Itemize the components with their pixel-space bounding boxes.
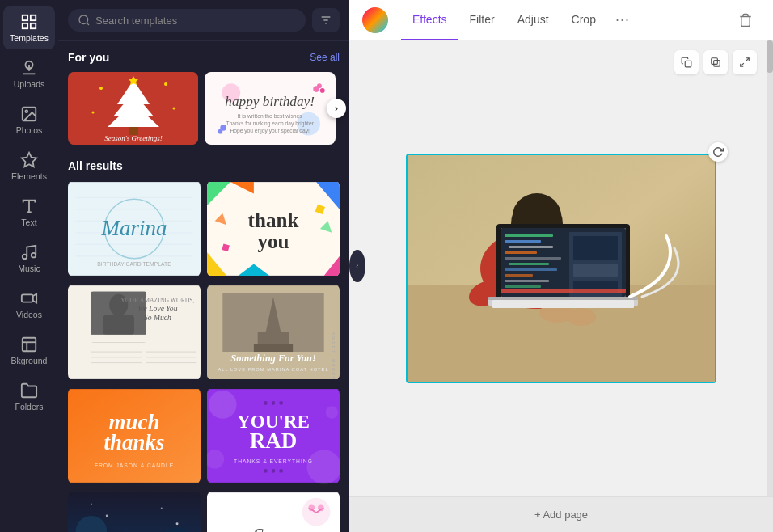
svg-text:SWEET IMPRESSION: SWEET IMPRESSION [331, 332, 335, 381]
search-bar [58, 0, 349, 41]
svg-line-129 [741, 63, 744, 66]
muchthanks-svg: much thanks FROM JASON & CANDLE [68, 387, 201, 484]
svg-point-38 [317, 83, 322, 88]
template-card-birthday[interactable]: happy birthday! It is written the best w… [205, 72, 335, 145]
photo-icon [20, 105, 38, 123]
template-card-yourad[interactable]: YOU'RE RAD THANKS & EVERYTHING [207, 387, 340, 484]
templates-content: For you See all [58, 41, 349, 532]
sidebar-item-music[interactable]: Music [3, 237, 55, 280]
svg-rect-159 [573, 264, 618, 277]
svg-text:ALL LOVE FROM MARINA COAT HOTE: ALL LOVE FROM MARINA COAT HOTEL [218, 367, 328, 372]
svg-rect-163 [492, 300, 634, 308]
svg-rect-158 [573, 236, 618, 260]
svg-rect-153 [505, 268, 557, 271]
sidebar-item-folders[interactable]: Folders [3, 375, 55, 418]
search-input-wrap[interactable] [68, 9, 306, 32]
svg-rect-125 [685, 61, 691, 67]
svg-point-11 [23, 255, 27, 260]
svg-rect-1 [31, 15, 36, 20]
svg-point-118 [176, 522, 179, 525]
svg-text:Hope you enjoy your special da: Hope you enjoy your special day! [230, 128, 310, 134]
sidebar-item-uploads[interactable]: Uploads [3, 53, 55, 95]
svg-text:Thanks for making each day bri: Thanks for making each day brighter [226, 120, 315, 127]
sidebar-item-videos[interactable]: Videos [3, 283, 55, 326]
sidebar-item-templates[interactable]: Templates [3, 6, 55, 49]
canvas-duplicate-button[interactable] [703, 50, 728, 74]
svg-marker-8 [22, 153, 36, 167]
sidebar-item-background[interactable]: Bkground [3, 329, 55, 372]
sidebar-item-text[interactable]: Text [3, 191, 55, 234]
svg-text:Save: Save [253, 524, 294, 532]
svg-rect-15 [23, 338, 36, 352]
svg-line-19 [87, 23, 89, 25]
canvas-image-wrap[interactable] [406, 154, 716, 383]
for-you-title: For you [68, 51, 109, 64]
elements-icon [20, 151, 38, 169]
svg-point-18 [79, 15, 88, 24]
toolbar-tab-adjust[interactable]: Adjust [506, 0, 560, 40]
svg-text:BIRTHDAY CARD TEMPLATE: BIRTHDAY CARD TEMPLATE [97, 261, 171, 267]
svg-rect-156 [505, 285, 541, 288]
sidebar: Templates Uploads Photos Elements Text [0, 0, 58, 532]
svg-point-31 [91, 112, 94, 114]
toolbar-tab-filter[interactable]: Filter [458, 0, 506, 40]
svg-point-29 [99, 87, 103, 90]
search-input[interactable] [95, 15, 296, 27]
canvas-expand-button[interactable] [733, 50, 757, 74]
sidebar-item-uploads-label: Uploads [14, 79, 45, 89]
sidebar-item-elements[interactable]: Elements [3, 145, 55, 188]
template-card-seasons[interactable]: Season's Greetings! [68, 72, 198, 145]
template-card-marina[interactable]: Marina BIRTHDAY CARD TEMPLATE [68, 180, 201, 277]
template-card-dark[interactable]: DARK [68, 491, 201, 532]
template-card-save[interactable]: Save [207, 491, 340, 532]
svg-point-39 [320, 88, 325, 93]
dark-svg: DARK [68, 491, 201, 532]
scroll-bar[interactable] [767, 40, 773, 496]
svg-text:you: you [257, 230, 289, 252]
svg-text:Marina: Marina [101, 216, 167, 240]
sidebar-item-templates-label: Templates [10, 33, 49, 43]
marina-svg: Marina BIRTHDAY CARD TEMPLATE [68, 180, 201, 277]
svg-point-119 [91, 504, 92, 505]
toolbar-tab-effects[interactable]: Effects [401, 0, 458, 40]
template-card-thankyou[interactable]: thank you [207, 180, 340, 277]
svg-point-103 [272, 401, 276, 405]
svg-point-7 [25, 110, 27, 112]
sidebar-item-photos[interactable]: Photos [3, 99, 55, 141]
svg-point-100 [306, 450, 340, 483]
template-card-muchthanks[interactable]: much thanks FROM JASON & CANDLE [68, 387, 201, 484]
svg-rect-3 [31, 23, 36, 28]
svg-rect-150 [505, 251, 537, 254]
toolbar-tab-crop[interactable]: Crop [560, 0, 607, 40]
svg-rect-162 [488, 297, 638, 300]
grid-icon [20, 13, 38, 31]
svg-rect-2 [23, 23, 27, 28]
see-all-link[interactable]: See all [310, 52, 340, 63]
left-panel: For you See all [58, 0, 349, 532]
filter-button[interactable] [312, 8, 340, 32]
svg-text:Something For You!: Something For You! [230, 353, 316, 364]
carousel: Season's Greetings! [68, 72, 340, 145]
canvas-scene-svg [408, 155, 715, 382]
add-page-bar[interactable]: + Add page [349, 496, 773, 532]
rotate-handle[interactable] [708, 142, 728, 162]
template-card-something[interactable]: Something For You! ALL LOVE FROM MARINA … [207, 284, 340, 381]
toolbar-more-button[interactable]: ··· [607, 0, 638, 40]
canvas-area [349, 40, 773, 496]
svg-rect-13 [22, 294, 33, 302]
svg-point-12 [32, 253, 36, 258]
toolbar-trash-button[interactable] [731, 6, 760, 35]
svg-rect-147 [505, 234, 553, 237]
add-page-label: + Add page [534, 509, 588, 521]
results-grid: Marina BIRTHDAY CARD TEMPLATE [68, 180, 340, 532]
for-you-header: For you See all [68, 51, 340, 64]
yourad-svg: YOU'RE RAD THANKS & EVERYTHING [207, 387, 340, 484]
carousel-next-button[interactable]: › [327, 99, 346, 118]
upload-icon [20, 59, 38, 77]
collapse-panel-button[interactable]: ‹ [349, 250, 365, 282]
template-card-loveletter[interactable]: YOUR AMAZING WORDS, We Love You So Much [68, 284, 201, 381]
svg-point-41 [218, 129, 223, 134]
canvas-copy-button[interactable] [674, 50, 699, 74]
svg-rect-0 [23, 15, 27, 20]
right-panel: Effects Filter Adjust Crop ··· [349, 0, 773, 532]
